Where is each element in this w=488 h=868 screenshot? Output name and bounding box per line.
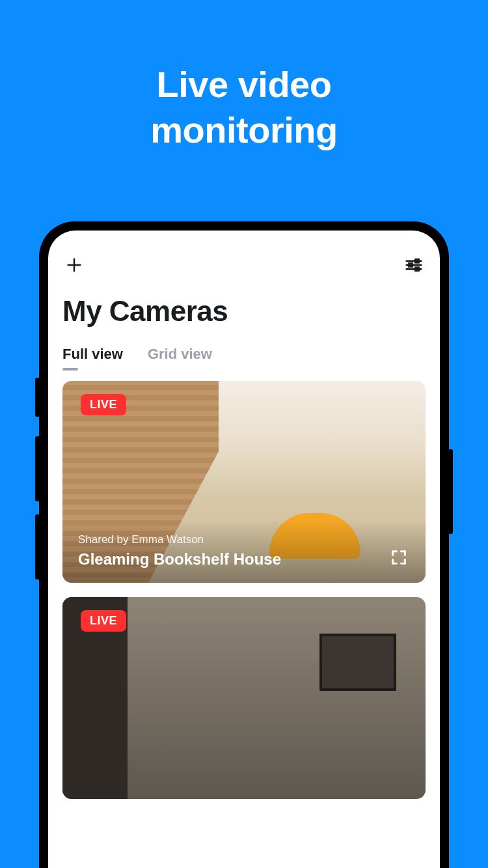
phone-screen: My Cameras Full view Grid view LIVE Shar…	[48, 231, 440, 868]
tab-full-view[interactable]: Full view	[62, 346, 123, 363]
phone-side-button	[35, 378, 39, 417]
camera-card[interactable]: LIVE Shared by Emma Watson Gleaming Book…	[62, 381, 426, 583]
promo-title-line2: monitoring	[150, 109, 337, 150]
add-button[interactable]	[62, 253, 86, 277]
card-overlay: Shared by Emma Watson Gleaming Bookshelf…	[62, 520, 426, 583]
filter-button[interactable]	[402, 253, 426, 277]
phone-side-button	[449, 449, 453, 534]
expand-icon	[390, 548, 408, 567]
sliders-icon	[404, 255, 424, 275]
live-badge: LIVE	[81, 610, 126, 632]
camera-list: LIVE Shared by Emma Watson Gleaming Book…	[48, 381, 440, 799]
shared-by-label: Shared by Emma Watson	[78, 533, 281, 546]
promo-title: Live video monitoring	[0, 0, 488, 153]
live-badge: LIVE	[81, 394, 126, 415]
view-tabs: Full view Grid view	[48, 346, 440, 381]
phone-side-button	[35, 514, 39, 580]
tab-grid-view[interactable]: Grid view	[148, 346, 212, 363]
phone-frame: My Cameras Full view Grid view LIVE Shar…	[39, 221, 449, 868]
top-bar	[48, 231, 440, 283]
camera-card[interactable]: LIVE	[62, 597, 426, 799]
tab-label: Grid view	[148, 346, 212, 362]
page-title: My Cameras	[48, 283, 440, 346]
promo-title-line1: Live video	[157, 64, 332, 105]
camera-title: Gleaming Bookshelf House	[78, 550, 281, 568]
plus-icon	[65, 256, 83, 274]
phone-side-button	[35, 436, 39, 501]
tab-label: Full view	[62, 346, 123, 362]
card-text: Shared by Emma Watson Gleaming Bookshelf…	[78, 533, 281, 568]
fullscreen-button[interactable]	[388, 546, 410, 568]
